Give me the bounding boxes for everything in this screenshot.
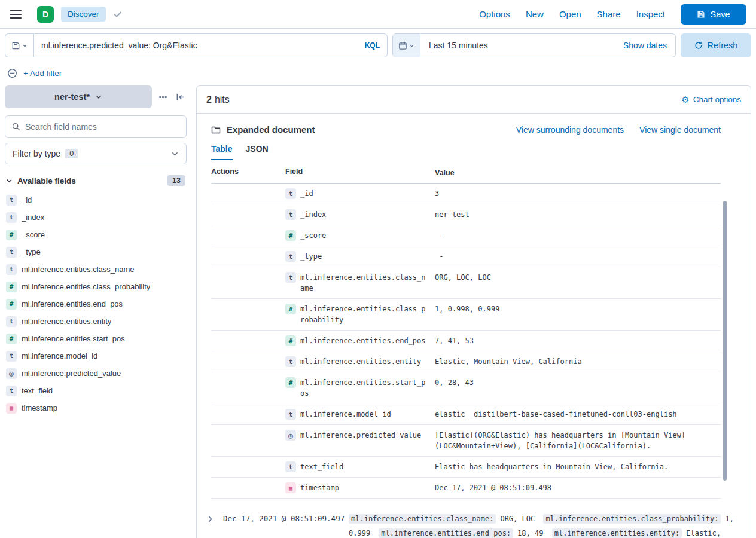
available-fields-toggle[interactable]: Available fields 13 [5,175,187,186]
check-icon [113,10,123,19]
field-name: ml.inference.entities.end_pos [22,299,123,308]
field-settings-button[interactable] [156,90,169,103]
data-view-picker[interactable]: ner-test* [5,85,152,108]
field-name: _id [22,195,32,204]
field-type-icon: # [285,304,296,314]
query-input[interactable] [34,34,387,57]
saved-query-menu-button[interactable] [5,33,33,57]
sidebar-field-item[interactable]: t text_field [5,382,187,399]
show-dates-button[interactable]: Show dates [623,41,675,50]
filter-bar: + Add filter [0,62,756,80]
document-summary[interactable]: ml.inference.entities.class_name:ORG, LO… [349,512,751,538]
fields-sidebar: ner-test* Filter by type 0 [5,85,187,417]
sidebar-field-item[interactable]: t ml.inference.entities.entity [5,313,187,330]
add-filter-button[interactable]: + Add filter [23,69,62,78]
time-range-value[interactable]: Last 15 minutes [420,41,496,50]
field-search-input[interactable] [25,122,179,132]
sidebar-field-item[interactable]: t _id [5,191,187,209]
field-name: ml.inference.entities.end_pos [300,335,426,346]
query-bar: KQL Last 15 minutes Show dates Refresh [0,29,756,62]
save-button[interactable]: Save [681,4,746,25]
column-header-value: Value [435,167,721,178]
doc-row-field: t _index [285,209,435,220]
sidebar-field-item[interactable]: # ml.inference.entities.class_probabilit… [5,278,187,295]
field-value: - [435,230,721,241]
field-type-icon: t [285,209,296,220]
tab-table[interactable]: Table [211,144,233,160]
doc-row-field: # ml.inference.entities.class_probabilit… [285,304,435,325]
filter-by-type-count: 0 [65,149,78,158]
hits-bar: 2 hits ⚙ Chart options [197,86,751,114]
field-type-icon: # [6,282,17,292]
header-nav-link[interactable]: New [526,9,544,19]
field-value: 7, 41, 53 [435,335,721,346]
field-type-icon: t [285,356,296,367]
scrollbar-thumb[interactable] [723,201,727,481]
date-picker-menu-button[interactable] [393,34,420,57]
summary-field-value: 18, 49 [517,529,543,537]
doc-table-row: t text_field Elastic has headquarters in… [211,457,721,478]
sidebar-field-item[interactable]: # ml.inference.entities.end_pos [5,295,187,313]
tab-json[interactable]: JSON [246,144,269,160]
field-type-icon: # [285,230,296,241]
column-header-actions: Actions [211,167,285,178]
space-avatar[interactable]: D [37,6,54,23]
chart-options-label: Chart options [693,95,741,104]
sidebar-field-item[interactable]: # _score [5,226,187,243]
refresh-button[interactable]: Refresh [681,33,751,57]
query-language-button[interactable]: KQL [365,41,380,50]
doc-row-field: t ml.inference.entities.entity [285,356,435,367]
header-nav-link[interactable]: Options [479,9,510,19]
summary-pair: ml.inference.entities.class_name:ORG, LO… [349,515,539,523]
sidebar-field-item[interactable]: t _index [5,209,187,226]
doc-viewer-tabs: Table JSON [211,144,721,160]
chevron-down-icon [95,93,102,100]
field-name: ml.inference.entities.start_pos [300,377,428,399]
field-name: ml.inference.entities.entity [22,317,111,326]
field-name: ml.inference.predicted_value [22,369,121,378]
chevron-down-icon [6,178,13,184]
header-nav-link[interactable]: Inspect [636,9,665,19]
expanded-document-header: Expanded document View surrounding docum… [211,124,721,134]
sidebar-field-item[interactable]: ▦ timestamp [5,399,187,417]
boxes-horizontal-icon [158,93,167,102]
column-header-field: Field [285,167,435,178]
document-list: Dec 17, 2021 @ 08:51:09.497 ml.inference… [197,512,751,538]
query-group: KQL [5,33,388,57]
doc-table-row: t _id 3 [211,184,721,204]
summary-field-badge: ml.inference.entities.class_probability: [543,514,721,524]
doc-table-body: t _id 3 t _index ner-test # _score - t _… [211,184,721,499]
filter-set-icon[interactable] [7,68,17,78]
header-nav: Options New Open Share Inspect Save [479,4,746,25]
field-name: timestamp [300,482,339,493]
sidebar-field-item[interactable]: ◎ ml.inference.predicted_value [5,365,187,382]
header-nav-link[interactable]: Share [597,9,621,19]
chevron-down-icon [409,43,414,48]
expand-document-button[interactable] [204,513,216,525]
field-name: _score [300,230,326,241]
available-fields-count: 13 [167,175,185,186]
doc-table-row: t ml.inference.entities.class_name ORG, … [211,267,721,299]
header-nav-link[interactable]: Open [559,9,581,19]
hits-count: 2 [206,94,212,105]
view-surrounding-documents-link[interactable]: View surrounding documents [516,125,624,134]
document-links: View surrounding documents View single d… [516,125,721,134]
data-view-name: ner-test* [54,92,90,102]
filter-by-type[interactable]: Filter by type 0 [5,143,187,164]
collapse-sidebar-button[interactable] [173,90,187,103]
sidebar-field-item[interactable]: t ml.inference.entities.class_name [5,261,187,278]
chart-options-button[interactable]: ⚙ Chart options [681,95,741,104]
field-value: Elastic has headquarters in Mountain Vie… [435,461,721,472]
sidebar-field-item[interactable]: t _type [5,243,187,261]
field-name: ml.inference.entities.class_name [300,272,428,294]
field-type-icon: # [285,335,296,346]
field-type-icon: # [285,377,296,388]
sidebar-field-item[interactable]: t ml.inference.model_id [5,347,187,365]
breadcrumb[interactable]: Discover [61,7,106,22]
field-name: _type [22,247,41,256]
sidebar-field-item[interactable]: # ml.inference.entities.start_pos [5,330,187,347]
field-value: - [435,251,721,262]
menu-icon[interactable] [10,10,22,19]
doc-row-field: t text_field [285,461,435,472]
view-single-document-link[interactable]: View single document [639,125,721,134]
